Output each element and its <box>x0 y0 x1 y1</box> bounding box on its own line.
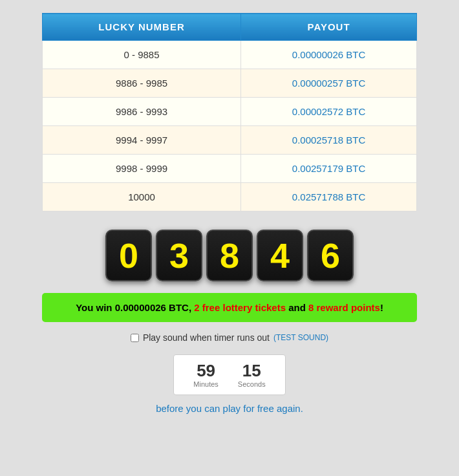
range-cell: 9986 - 9993 <box>43 98 241 126</box>
payout-cell: 0.00000026 BTC <box>241 41 417 69</box>
table-row: 100000.02571788 BTC <box>43 183 417 211</box>
payout-cell: 0.00002572 BTC <box>241 98 417 126</box>
lucky-number-display: 03846 <box>105 230 354 281</box>
digit-box: 0 <box>105 230 152 281</box>
table-row: 9986 - 99930.00002572 BTC <box>43 98 417 126</box>
sound-label: Play sound when timer runs out <box>143 332 270 343</box>
sound-row: Play sound when timer runs out (TEST SOU… <box>131 332 328 343</box>
seconds-label: Seconds <box>238 380 266 388</box>
digit-box: 4 <box>257 230 303 281</box>
range-cell: 9998 - 9999 <box>43 155 241 183</box>
digit-box: 6 <box>307 230 354 281</box>
seconds-unit: 15 Seconds <box>238 362 266 388</box>
digit-box: 8 <box>206 230 253 281</box>
win-highlight-tickets: 2 free lottery tickets <box>194 302 286 313</box>
col-lucky-number: LUCKY NUMBER <box>43 14 241 41</box>
win-text-after: ! <box>380 302 383 313</box>
table-row: 9886 - 99850.00000257 BTC <box>43 69 417 98</box>
payout-cell: 0.00257179 BTC <box>241 155 417 183</box>
range-cell: 10000 <box>43 183 241 211</box>
minutes-unit: 59 Minutes <box>193 362 219 388</box>
seconds-value: 15 <box>242 362 261 380</box>
range-cell: 9886 - 9985 <box>43 69 241 98</box>
payout-cell: 0.00000257 BTC <box>241 69 417 98</box>
range-cell: 0 - 9885 <box>43 41 241 69</box>
table-row: 0 - 98850.00000026 BTC <box>43 41 417 69</box>
win-banner: You win 0.00000026 BTC, 2 free lottery t… <box>42 293 417 322</box>
table-row: 9994 - 99970.00025718 BTC <box>43 126 417 155</box>
payout-cell: 0.02571788 BTC <box>241 183 417 211</box>
win-text-middle: and <box>286 302 308 313</box>
payout-cell: 0.00025718 BTC <box>241 126 417 155</box>
payout-table: LUCKY NUMBER PAYOUT 0 - 98850.00000026 B… <box>42 13 417 211</box>
win-highlight-points: 8 reward points <box>308 302 380 313</box>
sound-checkbox[interactable] <box>131 334 139 342</box>
digit-box: 3 <box>156 230 202 281</box>
table-row: 9998 - 99990.00257179 BTC <box>43 155 417 183</box>
minutes-value: 59 <box>197 362 215 380</box>
col-payout: PAYOUT <box>241 14 417 41</box>
test-sound-link[interactable]: (TEST SOUND) <box>273 333 328 342</box>
win-text-before: You win 0.00000026 BTC, <box>76 302 194 313</box>
timer-box: 59 Minutes 15 Seconds <box>173 354 285 395</box>
footer-text: before you can play for free again. <box>156 403 303 414</box>
range-cell: 9994 - 9997 <box>43 126 241 155</box>
minutes-label: Minutes <box>193 380 219 388</box>
